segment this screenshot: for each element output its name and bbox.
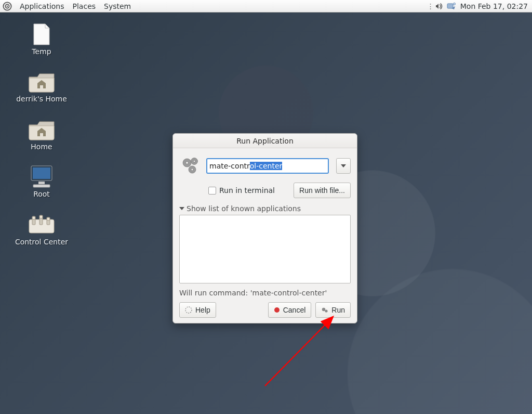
- button-label: Help: [195, 306, 210, 314]
- button-label: Cancel: [283, 306, 306, 314]
- desktop-icon-derriks-home[interactable]: derrik's Home: [10, 70, 73, 103]
- home-folder-icon: [28, 118, 55, 141]
- svg-point-23: [274, 307, 280, 313]
- triangle-down-icon: [179, 206, 184, 211]
- button-label: Run with file...: [299, 186, 345, 195]
- menu-system[interactable]: System: [100, 0, 135, 12]
- desktop-icon-home[interactable]: Home: [10, 118, 73, 151]
- run-in-terminal-checkbox[interactable]: Run in terminal: [208, 186, 275, 195]
- svg-rect-3: [447, 4, 453, 8]
- svg-point-2: [7, 5, 8, 6]
- desktop-icons: Temp derrik's Home Home Root Control Cen…: [10, 23, 73, 246]
- button-label: Run: [331, 306, 345, 314]
- panel-clock[interactable]: Mon Feb 17, 02:27: [457, 0, 532, 12]
- top-panel: Applications Places System ⋮ Mon Feb 17,…: [0, 0, 532, 12]
- distro-logo-icon[interactable]: [1, 0, 14, 12]
- help-icon: [185, 306, 192, 314]
- command-typed-text: mate-contr: [209, 162, 250, 170]
- svg-point-11: [32, 216, 35, 219]
- panel-tray: ⋮: [429, 0, 457, 12]
- desktop-icon-label: Home: [31, 143, 52, 151]
- menu-places[interactable]: Places: [69, 0, 100, 12]
- dialog-body: mate-control-center Run in terminal Run …: [173, 148, 357, 323]
- help-button[interactable]: Help: [179, 302, 216, 318]
- command-autocomplete-selection: ol-center: [250, 162, 283, 170]
- volume-icon[interactable]: [433, 0, 445, 12]
- svg-point-22: [185, 307, 192, 313]
- dialog-title: Run Application: [173, 134, 357, 148]
- known-applications-expander[interactable]: Show list of known applications: [179, 204, 351, 213]
- svg-point-24: [322, 308, 325, 311]
- desktop-icon-label: Control Center: [15, 238, 68, 246]
- checkbox-label: Run in terminal: [219, 186, 275, 195]
- menu-applications[interactable]: Applications: [16, 0, 69, 12]
- svg-rect-6: [33, 167, 50, 179]
- svg-point-13: [39, 215, 43, 218]
- command-input[interactable]: mate-control-center: [206, 158, 329, 174]
- desktop-icon-label: derrik's Home: [16, 95, 67, 103]
- svg-point-17: [186, 162, 189, 164]
- desktop-icon-root[interactable]: Root: [10, 165, 73, 198]
- known-applications-list[interactable]: [179, 215, 351, 283]
- network-icon[interactable]: [446, 0, 457, 12]
- home-folder-icon: [28, 70, 55, 93]
- tray-separator-icon: ⋮: [429, 2, 432, 10]
- checkbox-icon: [208, 187, 216, 195]
- desktop-icon-control-center[interactable]: Control Center: [10, 213, 73, 246]
- svg-rect-7: [38, 182, 45, 184]
- svg-point-25: [325, 309, 328, 312]
- gears-icon: [179, 154, 202, 177]
- cancel-icon: [274, 307, 280, 313]
- run-application-dialog: Run Application mate-control-center: [172, 133, 357, 324]
- desktop-icon-label: Root: [33, 190, 50, 198]
- cancel-button[interactable]: Cancel: [268, 302, 312, 318]
- command-history-dropdown[interactable]: [336, 158, 351, 174]
- run-button[interactable]: Run: [315, 302, 351, 318]
- desktop-icon-label: Temp: [32, 48, 51, 56]
- control-panel-icon: [28, 213, 55, 236]
- desktop-icon-temp[interactable]: Temp: [10, 23, 73, 56]
- file-icon: [28, 23, 55, 46]
- run-with-file-button[interactable]: Run with file...: [294, 183, 351, 198]
- svg-point-4: [453, 3, 455, 5]
- svg-point-15: [47, 217, 50, 221]
- status-text: Will run command: 'mate-control-center': [179, 289, 351, 297]
- svg-rect-8: [33, 185, 50, 187]
- svg-point-21: [191, 169, 193, 171]
- expander-label: Show list of known applications: [187, 204, 301, 213]
- gears-small-icon: [321, 306, 328, 314]
- computer-icon: [28, 165, 55, 188]
- svg-point-19: [193, 160, 195, 162]
